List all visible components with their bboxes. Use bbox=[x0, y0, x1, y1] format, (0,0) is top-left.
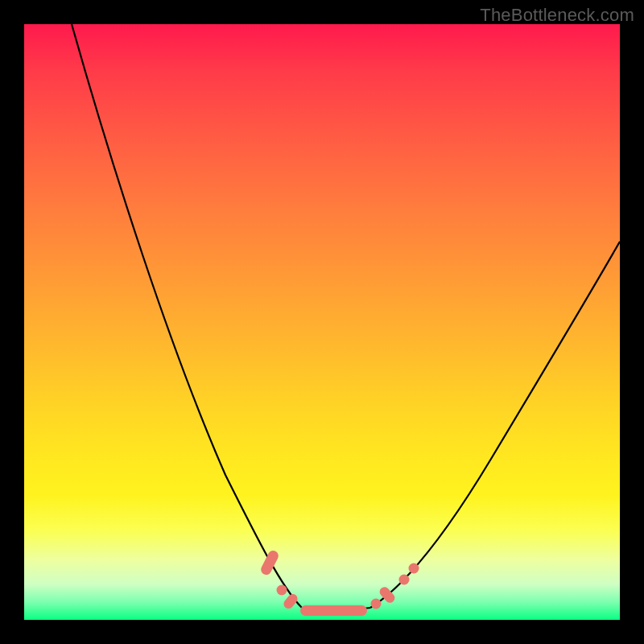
marker-right-dot-upper bbox=[409, 564, 419, 574]
chart-plot-area bbox=[24, 24, 620, 620]
chart-svg bbox=[24, 24, 620, 620]
right-curve bbox=[370, 242, 620, 608]
marker-left-pill-lower bbox=[282, 592, 299, 610]
marker-right-dot-low bbox=[371, 599, 382, 609]
marker-right-dot-mid bbox=[399, 575, 410, 585]
svg-rect-1 bbox=[282, 592, 299, 610]
marker-left-dot bbox=[277, 585, 287, 596]
marker-bottom-bar bbox=[300, 605, 367, 616]
attribution-text: TheBottleneck.com bbox=[480, 5, 634, 26]
left-curve bbox=[72, 24, 302, 608]
